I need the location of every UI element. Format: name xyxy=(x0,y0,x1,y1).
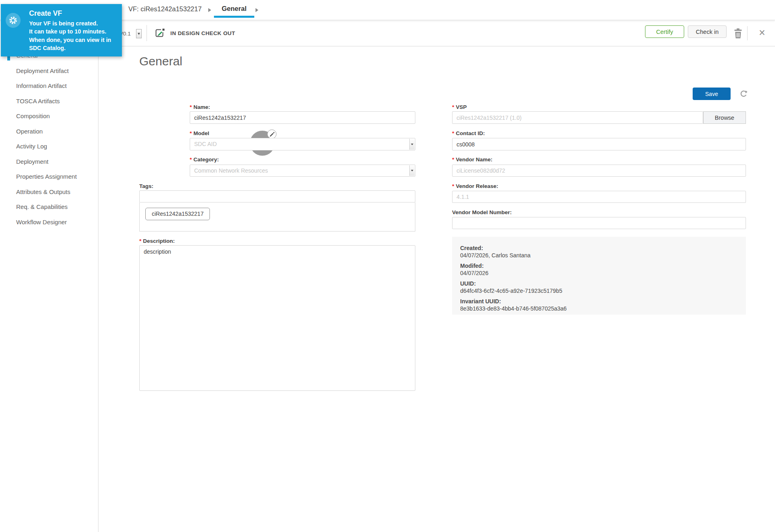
tab-general[interactable]: General xyxy=(214,0,254,18)
description-textarea[interactable]: description xyxy=(139,245,415,391)
refresh-icon[interactable] xyxy=(739,90,748,98)
sidebar-menu: General Deployment Artifact Information … xyxy=(0,48,98,229)
tags-input[interactable] xyxy=(139,190,415,202)
save-button[interactable]: Save xyxy=(693,88,731,100)
sidebar-item-operation[interactable]: Operation xyxy=(0,124,98,139)
vendor-model-number-input[interactable] xyxy=(452,217,746,229)
sidebar: General Deployment Artifact Information … xyxy=(0,21,98,532)
sidebar-item-req-capabilities[interactable]: Req. & Capabilities xyxy=(0,199,98,215)
delete-icon[interactable] xyxy=(733,28,743,39)
contact-id-input[interactable] xyxy=(452,138,746,150)
model-select[interactable]: SDC AID xyxy=(190,138,415,150)
sidebar-item-tosca-artifacts[interactable]: TOSCA Artifacts xyxy=(0,94,98,109)
model-label: *Model xyxy=(190,130,209,136)
sidebar-item-deployment-artifact[interactable]: Deployment Artifact xyxy=(0,63,98,79)
toolbar: V0.1 IN DESIGN CHECK OUT Certify Check i… xyxy=(98,21,775,46)
lifecycle-status: IN DESIGN CHECK OUT xyxy=(170,21,235,46)
uuid-label: UUID: xyxy=(460,280,738,287)
close-icon[interactable]: × xyxy=(757,21,767,46)
created-label: Created: xyxy=(460,244,738,252)
tag-chip[interactable]: ciRes1242a1532217 xyxy=(145,208,210,220)
name-label: *Name: xyxy=(190,104,210,110)
category-select[interactable]: Common Network Resources xyxy=(190,165,415,177)
sidebar-item-composition[interactable]: Composition xyxy=(0,108,98,124)
vendor-release-label: *Vendor Release: xyxy=(452,183,498,189)
sdc-workspace: VF: ciRes1242a1532217 General V0.1 IN DE… xyxy=(0,0,775,532)
modified-value: 04/07/2026 xyxy=(460,269,738,277)
vsp-input[interactable] xyxy=(452,111,703,124)
vsp-label: *VSP xyxy=(452,104,467,110)
chevron-down-icon xyxy=(411,170,413,171)
chevron-down-icon xyxy=(411,144,413,145)
pencil-icon xyxy=(269,131,275,137)
breadcrumb-arrow-icon xyxy=(208,8,211,12)
sidebar-item-information-artifact[interactable]: Information Artifact xyxy=(0,78,98,94)
sidebar-item-attributes-outputs[interactable]: Attributes & Outputs xyxy=(0,184,98,200)
breadcrumb-arrow-icon xyxy=(256,8,258,12)
tags-label: Tags: xyxy=(139,183,153,189)
select-arrow xyxy=(409,139,415,150)
edit-avatar-button[interactable] xyxy=(267,129,276,139)
sidebar-item-activity-log[interactable]: Activity Log xyxy=(0,139,98,154)
invariant-uuid-value: 8e3b1633-de83-4bb4-b746-5f087025a3a6 xyxy=(460,305,738,313)
general-form: General Save R *Name: *Model SDC AID *Ca… xyxy=(98,46,775,532)
description-label: *Description: xyxy=(139,238,175,244)
vendor-name-input[interactable] xyxy=(452,165,746,177)
modified-label: Modifed: xyxy=(460,262,738,269)
created-value: 04/07/2026, Carlos Santana xyxy=(460,252,738,259)
divider xyxy=(147,25,147,41)
metadata-panel: Created: 04/07/2026, Carlos Santana Modi… xyxy=(452,237,746,315)
sidebar-item-deployment[interactable]: Deployment xyxy=(0,154,98,169)
select-arrow xyxy=(409,165,415,176)
sidebar-item-properties-assignment[interactable]: Properties Assignment xyxy=(0,169,98,184)
create-vf-toast[interactable]: Create VF Your VF is being created. It c… xyxy=(1,4,122,56)
gear-icon xyxy=(6,13,21,28)
category-label: *Category: xyxy=(190,156,219,163)
certify-button[interactable]: Certify xyxy=(645,25,684,38)
breadcrumb[interactable]: VF: ciRes1242a1532217 xyxy=(128,0,202,18)
toast-title: Create VF xyxy=(29,9,62,18)
chevron-down-icon xyxy=(138,33,140,35)
vendor-name-label: *Vendor Name: xyxy=(452,156,492,163)
check-out-icon xyxy=(154,28,165,39)
vendor-release-input[interactable] xyxy=(452,191,746,203)
tags-container: ciRes1242a1532217 xyxy=(139,202,415,232)
browse-button[interactable]: Browse xyxy=(703,111,746,124)
page-title: General xyxy=(139,54,182,68)
vendor-model-number-label: Vendor Model Number: xyxy=(452,209,512,215)
name-input[interactable] xyxy=(190,111,415,124)
toast-message: Your VF is being created. It can take up… xyxy=(29,19,120,52)
version-dropdown[interactable] xyxy=(136,29,142,38)
uuid-value: d64fc4f3-6cf2-4c65-a92e-71923c5179b5 xyxy=(460,287,738,295)
contact-id-label: *Contact ID: xyxy=(452,130,485,136)
invariant-uuid-label: Invariant UUID: xyxy=(460,298,738,305)
divider xyxy=(747,26,748,40)
check-in-button[interactable]: Check in xyxy=(688,25,727,38)
sidebar-item-workflow-designer[interactable]: Workflow Designer xyxy=(0,215,98,230)
